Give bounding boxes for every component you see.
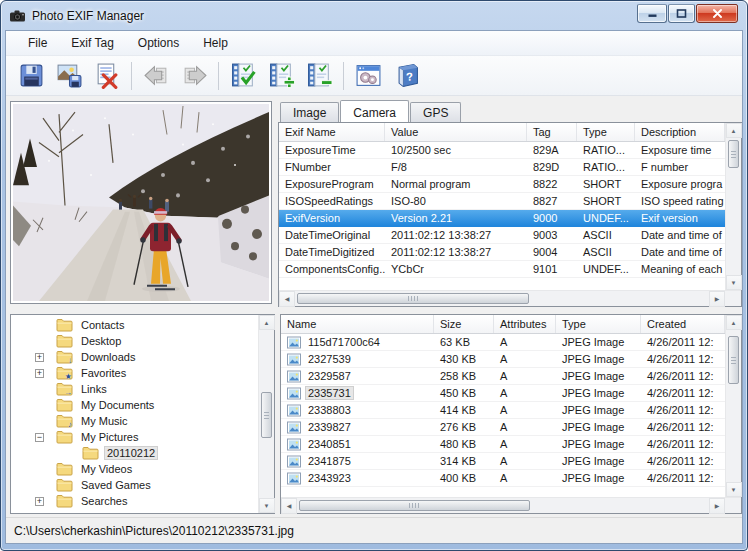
file-column-header-type[interactable]: Type [556, 315, 641, 333]
exif-horizontal-scrollbar[interactable]: ◀ ▶ [279, 290, 725, 306]
save-image-icon [56, 62, 83, 89]
scrollbar-thumb[interactable] [728, 336, 739, 384]
remove-exif-tag-button[interactable] [300, 59, 338, 93]
file-row[interactable]: 2338803414 KBAJPEG Image4/26/2011 12: [281, 402, 725, 419]
exif-row[interactable]: ISOSpeedRatingsISO-808827SHORTISO speed … [279, 193, 725, 210]
scroll-right-icon[interactable]: ▶ [709, 498, 725, 514]
close-button[interactable] [696, 4, 738, 23]
collapse-minus-icon[interactable]: − [35, 433, 44, 442]
exif-row[interactable]: DateTimeOriginal2011:02:12 13:38:279003A… [279, 227, 725, 244]
tree-item-searches[interactable]: +Searches [11, 493, 258, 509]
maximize-button[interactable] [668, 4, 695, 23]
scrollbar-thumb[interactable] [261, 392, 272, 438]
exif-cell: SHORT [577, 195, 635, 207]
delete-exif-list-button[interactable] [88, 59, 126, 93]
exif-cell: Exposure time [635, 144, 725, 156]
tree-item-my-documents[interactable]: My Documents [11, 397, 258, 413]
tree-vertical-scrollbar[interactable]: ▲ ▼ [258, 315, 274, 513]
minimize-button[interactable] [637, 4, 667, 23]
tab-gps[interactable]: GPS [410, 102, 461, 122]
menu-item-file[interactable]: File [18, 33, 57, 53]
file-name: 2343923 [305, 472, 354, 484]
file-row[interactable]: 2327539430 KBAJPEG Image4/26/2011 12: [281, 351, 725, 368]
files-vertical-scrollbar[interactable]: ▲ ▼ [725, 315, 741, 497]
scroll-up-icon[interactable]: ▲ [259, 315, 275, 330]
exif-column-header-exif-name[interactable]: Exif Name [279, 123, 385, 141]
tree-item-my-pictures[interactable]: −My Pictures [11, 429, 258, 445]
file-row[interactable]: 2341875314 KBAJPEG Image4/26/2011 12: [281, 453, 725, 470]
exif-row[interactable]: ComponentsConfig...YCbCr9101UNDEF...Mean… [279, 261, 725, 278]
scrollbar-thumb[interactable] [299, 500, 530, 511]
exif-row[interactable]: DateTimeDigitized2011:02:12 13:38:279004… [279, 244, 725, 261]
scroll-down-icon[interactable]: ▼ [259, 498, 275, 513]
scroll-up-icon[interactable]: ▲ [726, 123, 742, 138]
apply-exif-button[interactable] [224, 59, 262, 93]
tree-item-links[interactable]: →Links [11, 381, 258, 397]
scroll-down-icon[interactable]: ▼ [726, 275, 742, 290]
next-image-button[interactable] [175, 59, 213, 93]
scroll-right-icon[interactable]: ▶ [709, 291, 725, 307]
menu-item-exif-tag[interactable]: Exif Tag [61, 33, 123, 53]
folder-overlay-glyph: ♪ [68, 421, 72, 429]
file-row[interactable]: 2339827276 KBAJPEG Image4/26/2011 12: [281, 419, 725, 436]
maximize-icon [676, 9, 687, 18]
exif-cell: ExifVersion [279, 212, 385, 224]
scrollbar-thumb[interactable] [728, 140, 739, 168]
file-row[interactable]: 2335731450 KBAJPEG Image4/26/2011 12: [281, 385, 725, 402]
exif-column-header-value[interactable]: Value [385, 123, 527, 141]
file-row[interactable]: 115d71700c6463 KBAJPEG Image4/26/2011 12… [281, 334, 725, 351]
menu-item-options[interactable]: Options [128, 33, 189, 53]
exif-row[interactable]: ExifVersionVersion 2.219000UNDEF...Exif … [279, 210, 725, 227]
tree-item-favorites[interactable]: +★Favorites [11, 365, 258, 381]
exif-vertical-scrollbar[interactable]: ▲ ▼ [725, 123, 741, 290]
exif-row[interactable]: ExposureProgramNormal program8822SHORTEx… [279, 176, 725, 193]
tree-item-desktop[interactable]: Desktop [11, 333, 258, 349]
file-column-header-name[interactable]: Name [281, 315, 434, 333]
tree-item-my-videos[interactable]: My Videos [11, 461, 258, 477]
exif-column-header-tag[interactable]: Tag [527, 123, 577, 141]
tree-item-saved-games[interactable]: Saved Games [11, 477, 258, 493]
folder-tree-panel: ContactsDesktop+↓Downloads+★Favorites→Li… [10, 314, 275, 514]
tree-item-my-music[interactable]: ♪My Music [11, 413, 258, 429]
tab-camera[interactable]: Camera [340, 100, 409, 122]
file-column-header-size[interactable]: Size [434, 315, 494, 333]
folder-videos-icon [56, 462, 73, 476]
files-horizontal-scrollbar[interactable]: ◀ ▶ [281, 497, 725, 513]
tree-item-20110212[interactable]: 20110212 [11, 445, 258, 461]
file-row[interactable]: 2343923400 KBAJPEG Image4/26/2011 12: [281, 470, 725, 487]
tree-item-contacts[interactable]: Contacts [11, 317, 258, 333]
save-button[interactable] [12, 59, 50, 93]
file-row[interactable]: 2340851480 KBAJPEG Image4/26/2011 12: [281, 436, 725, 453]
help-button[interactable]: ? [387, 59, 425, 93]
folder-favorites-icon: ★ [56, 366, 73, 380]
save-image-button[interactable] [50, 59, 88, 93]
tab-image[interactable]: Image [280, 102, 339, 122]
exif-cell: F number [635, 161, 725, 173]
exif-row[interactable]: FNumberF/8829DRATIO...F number [279, 159, 725, 176]
menu-item-help[interactable]: Help [193, 33, 238, 53]
file-created: 4/26/2011 12: [641, 336, 725, 348]
scrollbar-thumb[interactable] [297, 293, 529, 304]
exif-cell: SHORT [577, 178, 635, 190]
add-exif-tag-button[interactable] [262, 59, 300, 93]
tree-item-label: Favorites [78, 366, 129, 380]
status-file-path: C:\Users\cherkashin\Pictures\20110212\23… [14, 524, 294, 538]
expand-plus-icon[interactable]: + [35, 497, 44, 506]
scroll-left-icon[interactable]: ◀ [281, 498, 297, 514]
exif-column-header-type[interactable]: Type [577, 123, 635, 141]
previous-image-button[interactable] [137, 59, 175, 93]
tree-item-downloads[interactable]: +↓Downloads [11, 349, 258, 365]
file-type: JPEG Image [556, 438, 641, 450]
scroll-up-icon[interactable]: ▲ [726, 315, 742, 330]
tree-item-label: Downloads [78, 350, 138, 364]
expand-plus-icon[interactable]: + [35, 353, 44, 362]
file-column-header-attributes[interactable]: Attributes [494, 315, 556, 333]
file-column-header-created[interactable]: Created [641, 315, 725, 333]
scroll-down-icon[interactable]: ▼ [726, 482, 742, 497]
scroll-left-icon[interactable]: ◀ [279, 291, 295, 307]
expand-plus-icon[interactable]: + [35, 369, 44, 378]
file-row[interactable]: 2329587258 KBAJPEG Image4/26/2011 12: [281, 368, 725, 385]
options-button[interactable] [349, 59, 387, 93]
exif-column-header-description[interactable]: Description [635, 123, 725, 141]
exif-row[interactable]: ExposureTime10/2500 sec829ARATIO...Expos… [279, 142, 725, 159]
